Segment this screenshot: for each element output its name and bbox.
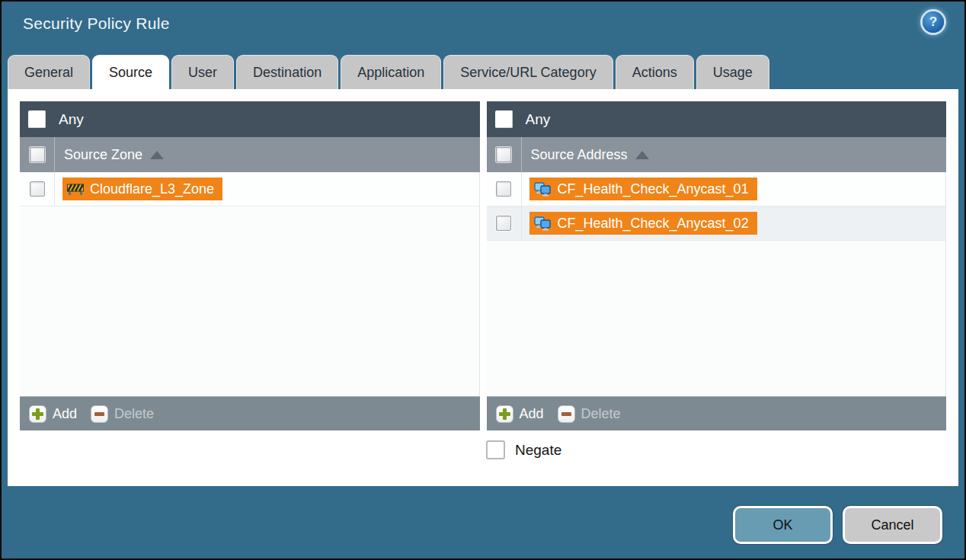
source-address-any-header: Any — [487, 101, 947, 137]
source-zone-list: Cloudflare_L3_Zone — [20, 172, 480, 396]
address-chip[interactable]: CF_Health_Check_Anycast_02 — [529, 212, 757, 235]
delete-icon — [91, 405, 108, 423]
tab-actions[interactable]: Actions — [616, 55, 694, 89]
row-checkbox[interactable] — [496, 216, 511, 231]
row-checkbox[interactable] — [496, 181, 511, 197]
source-zone-delete-button[interactable]: Delete — [91, 405, 154, 423]
delete-icon — [558, 405, 575, 423]
source-zone-add-button[interactable]: Add — [29, 405, 77, 423]
zone-icon — [67, 182, 84, 196]
add-icon — [496, 405, 513, 423]
negate-checkbox[interactable] — [486, 440, 505, 459]
source-zone-select-all-cell — [20, 137, 55, 172]
tab-destination[interactable]: Destination — [236, 55, 338, 89]
source-tab-content: Any Source Zone — [8, 89, 958, 486]
row-checkbox-cell — [487, 206, 522, 240]
address-icon — [534, 182, 552, 197]
security-policy-rule-dialog: Security Policy Rule ? General Source Us… — [0, 0, 966, 560]
add-icon — [29, 405, 46, 423]
tab-service-url-category[interactable]: Service/URL Category — [443, 55, 613, 89]
source-zone-any-checkbox[interactable] — [28, 110, 46, 128]
address-label: CF_Health_Check_Anycast_01 — [558, 181, 749, 197]
source-zone-footer: Add Delete — [20, 396, 480, 430]
source-address-footer: Add Delete — [487, 396, 947, 430]
zone-label: Cloudflare_L3_Zone — [90, 181, 214, 197]
row-checkbox-cell — [20, 172, 55, 206]
sort-ascending-icon — [635, 151, 649, 159]
source-address-column-header[interactable]: Source Address — [487, 137, 947, 172]
source-address-column-label: Source Address — [531, 147, 628, 163]
table-row[interactable]: CF_Health_Check_Anycast_02 — [487, 206, 946, 241]
tab-bar: General Source User Destination Applicat… — [2, 50, 964, 89]
source-address-list: CF_Health_Check_Anycast_01 — [487, 172, 947, 396]
dialog-title: Security Policy Rule — [23, 14, 964, 33]
source-zone-column-header[interactable]: Source Zone — [20, 137, 480, 172]
source-address-any-label: Any — [526, 111, 551, 128]
help-icon[interactable]: ? — [923, 11, 944, 33]
source-address-panel: Any Source Address — [487, 101, 947, 430]
address-label: CF_Health_Check_Anycast_02 — [558, 216, 749, 232]
source-zone-panel: Any Source Zone — [20, 101, 480, 430]
source-address-select-all-checkbox[interactable] — [496, 147, 511, 162]
row-checkbox-cell — [487, 172, 522, 206]
negate-row: Negate — [486, 440, 946, 459]
source-address-add-button[interactable]: Add — [496, 405, 544, 423]
source-address-any-checkbox[interactable] — [495, 110, 513, 128]
tab-usage[interactable]: Usage — [696, 55, 769, 89]
dialog-action-bar: OK Cancel — [2, 486, 964, 559]
source-zone-any-header: Any — [20, 101, 480, 137]
source-zone-select-all-checkbox[interactable] — [30, 147, 45, 162]
tab-application[interactable]: Application — [341, 55, 441, 89]
tab-general[interactable]: General — [8, 55, 90, 89]
negate-label: Negate — [515, 442, 561, 459]
tab-source[interactable]: Source — [92, 55, 169, 89]
panels-container: Any Source Zone — [20, 101, 946, 430]
address-chip[interactable]: CF_Health_Check_Anycast_01 — [529, 178, 757, 200]
source-address-delete-button[interactable]: Delete — [558, 405, 621, 423]
source-address-select-all-cell — [487, 137, 522, 172]
sort-ascending-icon — [150, 151, 164, 159]
ok-button[interactable]: OK — [733, 506, 833, 544]
table-row[interactable]: Cloudflare_L3_Zone — [20, 172, 479, 206]
zone-chip[interactable]: Cloudflare_L3_Zone — [62, 178, 222, 200]
address-icon — [534, 216, 552, 231]
table-row[interactable]: CF_Health_Check_Anycast_01 — [487, 172, 946, 206]
dialog-titlebar: Security Policy Rule ? — [2, 2, 964, 50]
source-zone-column-label: Source Zone — [64, 147, 142, 163]
row-checkbox[interactable] — [30, 181, 45, 197]
source-zone-any-label: Any — [59, 111, 84, 128]
cancel-button[interactable]: Cancel — [843, 506, 942, 544]
tab-user[interactable]: User — [171, 55, 234, 89]
